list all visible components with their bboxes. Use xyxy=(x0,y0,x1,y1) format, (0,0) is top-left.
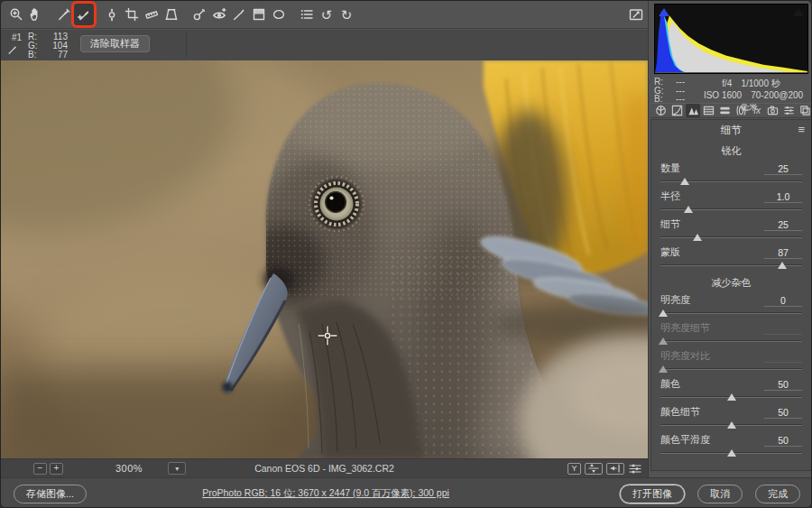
targeted-adjustment-tool[interactable] xyxy=(102,4,122,25)
tab-presets[interactable] xyxy=(782,104,797,117)
straighten-tool[interactable] xyxy=(142,4,161,25)
sampler-rgb-values: R:113 G:104 B:77 xyxy=(28,32,68,60)
brush-icon xyxy=(231,6,247,23)
slider-luminance[interactable]: 明亮度0 xyxy=(660,294,802,318)
slider-thumb[interactable] xyxy=(727,449,736,457)
fullscreen-icon xyxy=(628,6,644,23)
crop-tool[interactable] xyxy=(122,4,142,25)
histogram-gray xyxy=(657,21,797,73)
slider-thumb[interactable] xyxy=(659,309,668,317)
highlight-clipping-warning[interactable] xyxy=(793,8,804,16)
color-sampler-tool[interactable] xyxy=(74,4,94,25)
slider-thumb[interactable] xyxy=(684,206,693,213)
rotate-ccw-icon: ↺ xyxy=(321,8,333,22)
tab-hsl-grayscale[interactable] xyxy=(702,104,716,117)
graduated-filter-tool[interactable] xyxy=(249,4,269,25)
shadow-clipping-warning[interactable] xyxy=(659,8,669,16)
slider-radius[interactable]: 半径1.0 xyxy=(660,190,802,214)
tab-basic[interactable] xyxy=(654,104,669,117)
exif-readout: f/41/1000 秒 ISO 160070-200@200 毫米 xyxy=(694,77,808,102)
snapshots-icon xyxy=(799,105,811,116)
rotate-cw-icon: ↻ xyxy=(341,8,353,22)
slider-thumb[interactable] xyxy=(693,234,702,241)
tab-camera-calibration[interactable] xyxy=(766,104,780,117)
slider-value: 0 xyxy=(764,295,802,307)
swap-arrows-icon xyxy=(587,463,600,474)
sliders-icon xyxy=(628,463,642,474)
tab-tone-curve[interactable] xyxy=(670,104,685,117)
rotate-left-tool[interactable]: ↺ xyxy=(317,4,337,25)
zoom-out-button[interactable]: − xyxy=(33,463,47,475)
camera-icon xyxy=(767,105,779,116)
slider-color-smoothness[interactable]: 颜色平滑度50 xyxy=(660,434,802,457)
radial-filter-tool[interactable] xyxy=(269,4,289,25)
eyedropper-icon xyxy=(56,6,72,23)
slider-value: 25 xyxy=(764,163,802,175)
detail-icon xyxy=(687,105,699,116)
image-filename: Canon EOS 6D - IMG_3062.CR2 xyxy=(1,463,648,474)
workflow-options-link[interactable]: ProPhoto RGB; 16 位; 3670 x 2447 (9.0 百万像… xyxy=(1,487,651,500)
sampler-eyedropper-icon xyxy=(6,43,19,56)
bird-photo xyxy=(1,60,648,458)
slider-thumb[interactable] xyxy=(778,262,787,269)
tab-snapshots[interactable] xyxy=(798,104,812,117)
list-icon xyxy=(299,6,315,23)
hand-icon xyxy=(28,6,44,23)
preferences-tool[interactable] xyxy=(297,4,317,25)
white-balance-tool[interactable] xyxy=(54,4,74,25)
copy-settings-button[interactable] xyxy=(606,463,624,475)
clear-samplers-button[interactable]: 清除取样器 xyxy=(80,35,150,52)
toggle-fullscreen-button[interactable] xyxy=(627,5,645,23)
slider-thumb[interactable] xyxy=(680,178,689,185)
basic-icon xyxy=(655,105,667,116)
zoom-in-button[interactable]: + xyxy=(50,463,63,475)
zoom-level-dropdown[interactable]: ▾ xyxy=(168,462,186,475)
spot-removal-tool[interactable] xyxy=(189,4,209,25)
red-eye-tool[interactable] xyxy=(209,4,229,25)
panel-title: 细节 xyxy=(721,124,742,137)
adjustment-brush-tool[interactable] xyxy=(229,4,249,25)
photo-canvas[interactable] xyxy=(1,60,648,458)
hsl-icon xyxy=(703,105,715,116)
split-toning-icon xyxy=(719,105,731,116)
slider-value: 50 xyxy=(764,379,802,391)
tab-detail[interactable] xyxy=(686,104,700,117)
transform-tool[interactable] xyxy=(161,4,181,25)
sampler-readout-bar: #1 R:113 G:104 B:77 清除取样器 xyxy=(1,30,648,60)
slider-value: 87 xyxy=(764,247,802,259)
spot-heal-icon xyxy=(191,6,208,23)
histogram-readout: R:--- G:--- B:--- f/41/1000 秒 ISO 160070… xyxy=(654,77,808,102)
tab-effects[interactable]: fx xyxy=(750,104,764,117)
adjustment-tabs: fx xyxy=(651,103,812,118)
crop-icon xyxy=(124,6,140,23)
preview-preferences-button[interactable] xyxy=(628,463,642,474)
tab-lens-corrections[interactable] xyxy=(734,104,749,117)
panel-menu-icon[interactable]: ≡ xyxy=(798,123,805,136)
slider-thumb[interactable] xyxy=(727,421,736,429)
cancel-button[interactable]: 取消 xyxy=(697,485,743,503)
histogram-chart xyxy=(655,5,807,73)
swap-before-after-button[interactable] xyxy=(585,463,603,475)
slider-color-detail[interactable]: 颜色细节50 xyxy=(660,406,802,429)
dialog-footer: 存储图像... ProPhoto RGB; 16 位; 3670 x 2447 … xyxy=(1,477,812,508)
sampler-b: 77 xyxy=(58,51,68,60)
slider-luminance-detail: 明亮度细节 xyxy=(660,322,802,346)
slider-amount[interactable]: 数量25 xyxy=(660,162,802,186)
tab-split-toning[interactable] xyxy=(718,104,733,117)
done-button[interactable]: 完成 xyxy=(755,485,800,503)
slider-value: 50 xyxy=(764,407,802,419)
zoom-level: 300% xyxy=(115,463,143,474)
rotate-right-tool[interactable]: ↻ xyxy=(337,4,356,25)
slider-masking[interactable]: 蒙版87 xyxy=(660,246,802,270)
zoom-tool[interactable] xyxy=(6,4,26,25)
toggle-before-after-button[interactable]: Y xyxy=(567,463,581,475)
slider-color[interactable]: 颜色50 xyxy=(660,378,802,402)
slider-thumb[interactable] xyxy=(727,393,736,401)
red-eye-icon xyxy=(211,6,227,23)
slider-value: 50 xyxy=(764,435,802,447)
slider-detail[interactable]: 细节25 xyxy=(660,218,802,242)
slider-thumb xyxy=(659,365,668,373)
copy-settings-icon xyxy=(609,463,622,474)
hand-tool[interactable] xyxy=(26,4,46,25)
right-panel: R:--- G:--- B:--- f/41/1000 秒 ISO 160070… xyxy=(648,1,812,477)
